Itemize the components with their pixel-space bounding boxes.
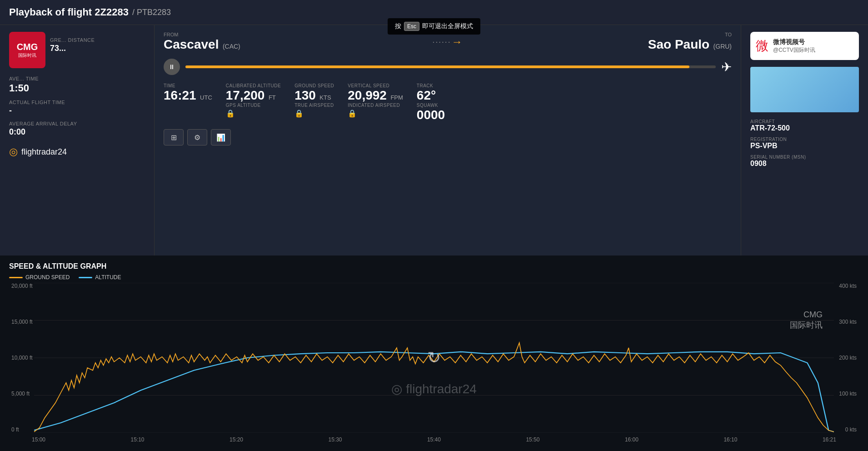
fr24-logo: ◎ flightradar24 <box>9 146 145 158</box>
vs-value: 20,992 <box>348 88 387 102</box>
gcd-value: 73... <box>50 44 145 53</box>
route-arrow-icon: → <box>451 35 462 48</box>
to-city: Sao Paulo <box>648 37 709 51</box>
y-left-3: 5,000 ft <box>11 391 33 397</box>
chart-cmg-watermark: CMG 国际时讯 <box>790 310 823 331</box>
x-label-5: 15:50 <box>526 436 539 443</box>
reload-icon: ↻ <box>427 348 441 367</box>
chart-area: SPEED & ALTITUDE GRAPH GROUND SPEED ALTI… <box>0 256 868 451</box>
gs-value: 130 <box>294 88 316 102</box>
x-label-1: 15:10 <box>130 436 144 443</box>
to-code: (GRU) <box>713 43 732 50</box>
tool-row: ⊞ ⚙ 📊 <box>164 129 732 145</box>
legend-altitude: ALTITUDE <box>79 274 121 281</box>
avg-time-label: AVE... TIME <box>9 76 145 81</box>
cal-alt-unit: FT <box>269 94 276 101</box>
esc-suffix: 即可退出全屏模式 <box>422 22 473 30</box>
dot-1: • <box>433 40 434 44</box>
x-label-7: 16:10 <box>723 436 737 443</box>
track-label: TRACK <box>417 83 445 88</box>
y-left-4: 0 ft <box>11 426 33 433</box>
avg-delay-label: AVERAGE ARRIVAL DELAY <box>9 121 145 126</box>
weibo-image <box>750 67 859 112</box>
y-left-1: 15,000 ft <box>11 319 33 325</box>
legend-ground-speed: GROUND SPEED <box>9 274 70 281</box>
lock-icon-2: 🔒 <box>294 109 334 118</box>
esc-tooltip: 按 Esc 即可退出全屏模式 <box>388 18 480 35</box>
x-label-3: 15:30 <box>328 436 342 443</box>
y-right-0: 400 kts <box>839 283 857 289</box>
registration-value: PS-VPB <box>750 142 859 150</box>
x-label-2: 15:20 <box>229 436 243 443</box>
vs-unit: FPM <box>390 94 403 101</box>
chart-legend: GROUND SPEED ALTITUDE <box>9 274 859 281</box>
weibo-logo-icon: 微 <box>756 37 768 55</box>
lock-icon-1: 🔒 <box>226 109 281 118</box>
y-labels-right: 400 kts 300 kts 200 kts 100 kts 0 kts <box>837 283 859 433</box>
track-stat: TRACK 62° SQUAWK 0000 <box>417 83 445 122</box>
time-unit: UTC <box>200 94 212 101</box>
actual-flight-value: - <box>9 106 145 115</box>
time-value: 16:21 <box>164 88 196 102</box>
dot-5: • <box>445 40 447 44</box>
gs-unit: KTS <box>319 94 331 101</box>
serial-number-label: SERIAL NUMBER (MSN) <box>750 155 859 160</box>
legend-alt-label: ALTITUDE <box>95 274 121 281</box>
plane-icon: ✈ <box>721 60 732 75</box>
pause-button[interactable]: ⏸ <box>164 59 180 75</box>
playback-row: ⏸ ✈ <box>164 59 732 75</box>
gs-label: GROUND SPEED <box>294 83 334 88</box>
from-label: FROM <box>164 32 353 37</box>
grid-tool-button[interactable]: ⊞ <box>164 129 184 145</box>
weibo-handle: @CCTV国际时讯 <box>773 46 815 54</box>
y-right-4: 0 kts <box>839 426 857 433</box>
weibo-name: 微博视频号 <box>773 38 815 46</box>
stats-row: TIME 16:21 UTC CALIBRATED ALTITUDE 17,20… <box>164 83 732 122</box>
chart-cmg-line1: CMG <box>790 310 823 320</box>
vs-label: VERTICAL SPEED <box>348 83 403 88</box>
y-right-2: 200 kts <box>839 355 857 361</box>
aircraft-value: ATR-72-500 <box>750 124 859 132</box>
lock-icon-3: 🔒 <box>348 109 403 118</box>
y-labels-left: 20,000 ft 15,000 ft 10,000 ft 5,000 ft 0… <box>9 283 35 433</box>
path-tool-button[interactable]: ⚙ <box>187 129 207 145</box>
from-code: (CAC) <box>223 43 240 50</box>
aircraft-section: AIRCRAFT ATR-72-500 REGISTRATION PS-VPB … <box>750 119 859 168</box>
aircraft-label: AIRCRAFT <box>750 119 859 124</box>
progress-bar-fill <box>185 65 689 68</box>
cmg-logo: CMG 国际时讯 <box>9 32 45 68</box>
esc-prefix: 按 <box>395 22 401 30</box>
weibo-card: 微 微博视频号 @CCTV国际时讯 <box>750 32 859 60</box>
route-arrow: • • • • • • → <box>353 35 543 48</box>
time-label: TIME <box>164 83 212 88</box>
cmg-sub-text: 国际时讯 <box>18 52 36 59</box>
avg-time-value: 1:50 <box>9 82 145 94</box>
track-value: 62° <box>417 88 445 103</box>
dot-6: • <box>449 40 450 44</box>
registration-label: REGISTRATION <box>750 137 859 142</box>
gps-alt-label: GPS ALTITUDE <box>226 103 281 108</box>
dot-3: • <box>439 40 440 44</box>
y-left-2: 10,000 ft <box>11 355 33 361</box>
calibrated-alt-stat: CALIBRATED ALTITUDE 17,200 FT GPS ALTITU… <box>226 83 281 122</box>
actual-flight-label: ACTUAL FLIGHT TIME <box>9 100 145 105</box>
progress-bar-container[interactable] <box>185 65 716 68</box>
time-stat: TIME 16:21 UTC <box>164 83 212 122</box>
x-label-8: 16:21 <box>823 436 836 443</box>
tas-label: TRUE AIRSPEED <box>294 103 334 108</box>
chart-tool-button[interactable]: 📊 <box>211 129 231 145</box>
route-row: FROM Cascavel (CAC) • • • • • • → TO Sao… <box>164 32 732 52</box>
x-label-0: 15:00 <box>32 436 45 443</box>
dot-2: • <box>436 40 437 44</box>
fr24-brand-text: flightradar24 <box>21 147 67 157</box>
y-left-0: 20,000 ft <box>11 283 33 289</box>
squawk-value: 0000 <box>417 108 445 122</box>
legend-blue-line <box>79 277 92 278</box>
flight-subtitle: / PTB2283 <box>132 8 171 17</box>
avg-delay-value: 0:00 <box>9 127 145 137</box>
squawk-label: SQUAWK <box>417 103 445 108</box>
x-labels: 15:00 15:10 15:20 15:30 15:40 15:50 16:0… <box>32 436 836 443</box>
esc-key: Esc <box>404 22 419 31</box>
x-label-6: 16:00 <box>625 436 639 443</box>
vertical-speed-stat: VERTICAL SPEED 20,992 FPM INDICATED AIRS… <box>348 83 403 122</box>
